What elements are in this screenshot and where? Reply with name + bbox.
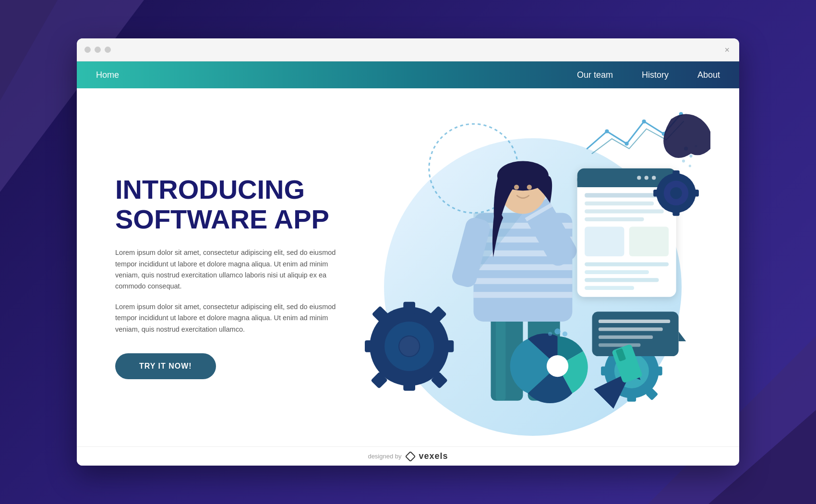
svg-rect-81: [599, 343, 641, 347]
hero-illustration-svg: [355, 104, 710, 440]
svg-rect-50: [403, 378, 415, 391]
svg-marker-77: [679, 332, 686, 342]
hero-description-1: Lorem ipsum dolor sit amet, consectetur …: [115, 247, 336, 292]
svg-rect-10: [473, 292, 572, 298]
svg-point-25: [652, 176, 656, 180]
svg-rect-51: [442, 340, 454, 352]
hero-description-2: Lorem ipsum dolor sit amet, consectetur …: [115, 301, 336, 335]
hero-title: INTRODUCING SOFTWARE APP: [115, 175, 355, 234]
vexels-brand: vexels: [419, 451, 448, 461]
svg-point-86: [554, 328, 560, 334]
svg-rect-49: [403, 302, 415, 314]
svg-rect-35: [585, 286, 634, 290]
browser-window: × Home Our team History About INTRODUCIN…: [77, 38, 739, 466]
svg-rect-33: [585, 270, 649, 274]
svg-point-87: [563, 332, 567, 336]
footer-text: designed by vexels: [368, 451, 448, 461]
browser-dot-3: [105, 47, 111, 53]
svg-point-38: [642, 120, 646, 123]
svg-rect-9: [473, 278, 572, 284]
svg-point-82: [547, 355, 568, 377]
svg-rect-75: [653, 190, 660, 196]
svg-rect-28: [585, 209, 664, 213]
svg-rect-52: [365, 340, 377, 352]
svg-rect-74: [692, 190, 698, 196]
browser-dot-1: [84, 47, 91, 53]
svg-rect-3: [496, 312, 506, 400]
svg-point-88: [548, 332, 552, 336]
nav-home-link[interactable]: Home: [96, 70, 577, 80]
main-content: INTRODUCING SOFTWARE APP Lorem ipsum dol…: [77, 88, 739, 446]
svg-point-37: [624, 142, 628, 145]
svg-point-71: [670, 187, 682, 199]
svg-rect-31: [629, 227, 669, 256]
svg-point-43: [682, 159, 685, 162]
svg-point-18: [514, 185, 519, 190]
right-illustration: [355, 104, 710, 440]
svg-point-24: [645, 176, 648, 180]
svg-rect-79: [599, 327, 663, 331]
svg-point-44: [689, 165, 691, 167]
svg-rect-27: [585, 202, 654, 205]
vexels-diamond-icon: [406, 452, 415, 461]
designed-by-label: designed by: [368, 453, 401, 460]
left-section: INTRODUCING SOFTWARE APP Lorem ipsum dol…: [115, 165, 355, 379]
svg-rect-72: [672, 170, 679, 177]
svg-rect-62: [627, 393, 636, 402]
nav-link-about[interactable]: About: [697, 70, 720, 80]
close-icon[interactable]: ×: [724, 45, 730, 55]
nav-links: Our team History About: [577, 70, 720, 80]
cta-button[interactable]: TRY IT NOW!: [115, 353, 216, 379]
svg-rect-32: [585, 262, 669, 266]
svg-point-36: [605, 130, 609, 133]
browser-chrome: ×: [77, 38, 739, 61]
nav-link-our-team[interactable]: Our team: [577, 70, 613, 80]
svg-rect-78: [599, 320, 670, 323]
svg-rect-29: [585, 217, 644, 221]
browser-dots: [84, 47, 111, 53]
hero-title-line2: SOFTWARE APP: [115, 204, 329, 234]
svg-point-23: [637, 176, 641, 180]
svg-rect-64: [601, 367, 610, 376]
svg-point-19: [527, 185, 532, 190]
footer: designed by vexels: [77, 446, 739, 466]
svg-rect-90: [406, 452, 415, 461]
svg-rect-30: [585, 227, 624, 256]
hero-title-line1: INTRODUCING: [115, 174, 305, 204]
nav-link-history[interactable]: History: [642, 70, 669, 80]
svg-rect-73: [672, 209, 679, 216]
svg-rect-63: [653, 367, 662, 376]
svg-rect-80: [599, 336, 653, 339]
navbar: Home Our team History About: [77, 61, 739, 88]
svg-point-57: [399, 336, 419, 356]
browser-dot-2: [95, 47, 101, 53]
svg-rect-34: [585, 278, 659, 282]
svg-point-42: [689, 155, 692, 157]
svg-rect-76: [592, 312, 679, 356]
